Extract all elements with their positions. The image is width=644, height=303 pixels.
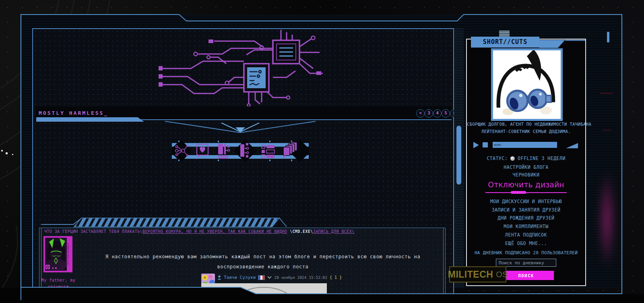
sidebar-description-line2: ЛЕЙТЕНАНТ-СОВЕТНИК СЕМЬИ ДОДЗИМА. <box>467 129 585 134</box>
speck <box>12 154 13 155</box>
sidebar-panel: СБОРЩИК ДОЛГОВ, АГЕНТ ПО НЕДВИЖИМОСТИ ТА… <box>466 39 586 286</box>
sidebar-link-birthdays[interactable]: ДНИ РОЖДЕНИЯ ДРУЗЕЙ <box>497 215 554 221</box>
pagination-page-5[interactable]: 5 <box>442 109 450 118</box>
avatar-frame-vertical-text: CP77:ETM МУЗЫКУ? <box>67 238 71 271</box>
avatar-caption-line2: universe <box>39 284 77 290</box>
status-dot <box>510 156 515 161</box>
post-block: ЧТО ЗА ГЕРЦИН ЗАСТАВЛЯЕТ ТЕБЯ ПЛАКАТЬ\ВЕ… <box>39 228 446 303</box>
title-underline-bar <box>36 117 144 122</box>
sidebar-link-subscriptions-feed[interactable]: ЛЕНТА ПОДПИСОК <box>505 232 547 238</box>
post-hazard-stripe <box>39 216 446 228</box>
blog-title: MOSTLY HARMLESS_ <box>39 110 108 116</box>
sidebar-links-stack: СТАТУС: OFFLINE 3 НЕДЕЛИ НАСТРОЙКИ БЛОГА… <box>468 156 584 280</box>
flag-icon <box>258 275 265 280</box>
magenta-divider <box>500 191 553 194</box>
sidebar-description-line1: СБОРЩИК ДОЛГОВ, АГЕНТ ПО НЕДВИЖИМОСТИ ТА… <box>467 122 585 127</box>
avatar-caption-line1: My father, my <box>39 277 77 284</box>
circuit-board-graphic <box>154 29 331 106</box>
sidebar-avatar <box>491 48 563 121</box>
page: MOSTLY HARMLESS_ < 3 4 5 > <box>0 0 644 303</box>
post-title-link[interactable]: ВЕРОЯТНО КОНУРА, НО Я НЕ УВЕРЕН, ТАК КАК… <box>142 229 287 234</box>
sidebar-link-blog-settings[interactable]: НАСТРОЙКИ БЛОГА <box>504 164 548 170</box>
comment-meta-row: Таичи Сузуки 28 ноября 2024 15:52:02 { 1… <box>217 275 342 280</box>
pink-glow <box>598 169 616 270</box>
glitch-mark <box>601 93 613 94</box>
sidebar-avatar-art <box>493 50 561 119</box>
chevron-down-icon <box>154 120 331 138</box>
sidebar-link-drafts[interactable]: ЧЕРНОВИКИ <box>513 172 540 178</box>
sidebar-link-disable-design[interactable]: Отключить дизайн <box>488 180 564 189</box>
post-body-line1: Я настоятельно рекомендую вам запомнить … <box>84 254 442 259</box>
sidebar-link-discussions[interactable]: МОИ ДИСКУССИИ И ИНТЕРВЬЮ <box>490 199 562 204</box>
glitch-mark <box>603 130 611 131</box>
post-cmd-tag: \CMD.EXE\ <box>287 229 313 234</box>
militech-label: MILITECH <box>448 269 493 280</box>
pagination-page-4[interactable]: 4 <box>433 109 442 118</box>
subscribers-count: НА ДНЕВНИК ПОДПИСАНО 20 ПОЛЬЗОВАТЕЛЕЙ <box>475 250 578 255</box>
main-panel: MOSTLY HARMLESS_ < 3 4 5 > <box>32 28 454 294</box>
speck <box>1 150 3 152</box>
avatar-art <box>45 238 67 271</box>
music-player: KEEMZ <box>470 142 584 149</box>
sidebar-link-friends-entries[interactable]: ЗАПИСИ И ЗАНЯТИЯ ДРУЗЕЙ <box>492 207 561 213</box>
play-icon[interactable] <box>473 142 479 148</box>
post-body-line2: воспроизведение каждого поста <box>84 264 442 270</box>
pagination-page-3[interactable]: 3 <box>425 109 433 118</box>
sidebar-title: SHORT//CUTS <box>471 37 539 48</box>
post-author-avatar: CP77:ETM МУЗЫКУ? <box>43 236 72 272</box>
comment-date: 28 ноября 2024 15:52:02 <box>274 275 327 280</box>
status-row: СТАТУС: OFFLINE 3 НЕДЕЛИ <box>487 156 566 161</box>
sidebar-link-compliments[interactable]: МОИ КОМПЛИМЕНТЫ <box>504 224 548 229</box>
sidebar-title-decoration <box>539 37 586 49</box>
toolbar <box>172 140 309 162</box>
stop-icon[interactable] <box>483 142 488 147</box>
sidebar-link-about-me[interactable]: ЕЩЁ ОБО МНЕ... <box>505 241 547 246</box>
post-title: ЧТО ЗА ГЕРЦИН ЗАСТАВЛЯЕТ ТЕБЯ ПЛАКАТЬ <box>44 229 140 234</box>
comment-author-link[interactable]: Таичи Сузуки <box>224 275 256 280</box>
status-value: OFFLINE 3 НЕДЕЛИ <box>518 156 566 161</box>
avatar-caption: My father, my universe <box>39 277 77 290</box>
chevron-down-icon[interactable] <box>267 276 272 279</box>
player-progress-bar[interactable]: KEEMZ <box>493 142 557 148</box>
os-label: OS <box>496 270 508 279</box>
pagination-prev[interactable]: < <box>416 109 425 118</box>
speck <box>6 152 8 154</box>
post-visibility-link[interactable]: ЗАПИСЬ ДЛЯ ВСЕХ\ <box>313 229 355 234</box>
page-scrollbar-thumb[interactable] <box>607 32 609 42</box>
comment-count-link[interactable]: { 1 } <box>330 275 342 280</box>
comment-image <box>201 283 327 303</box>
status-label: СТАТУС: <box>487 156 508 161</box>
user-icon <box>217 275 221 280</box>
volume-wedge-icon[interactable] <box>566 143 578 148</box>
diary-search-input[interactable] <box>496 259 556 267</box>
sidebar-scrollbar-thumb[interactable] <box>456 126 461 185</box>
militech-os-badge: MILITECH OS <box>449 266 506 282</box>
post-title-line: ЧТО ЗА ГЕРЦИН ЗАСТАВЛЯЕТ ТЕБЯ ПЛАКАТЬ\ВЕ… <box>44 229 442 234</box>
glitch-decoration <box>499 31 510 37</box>
